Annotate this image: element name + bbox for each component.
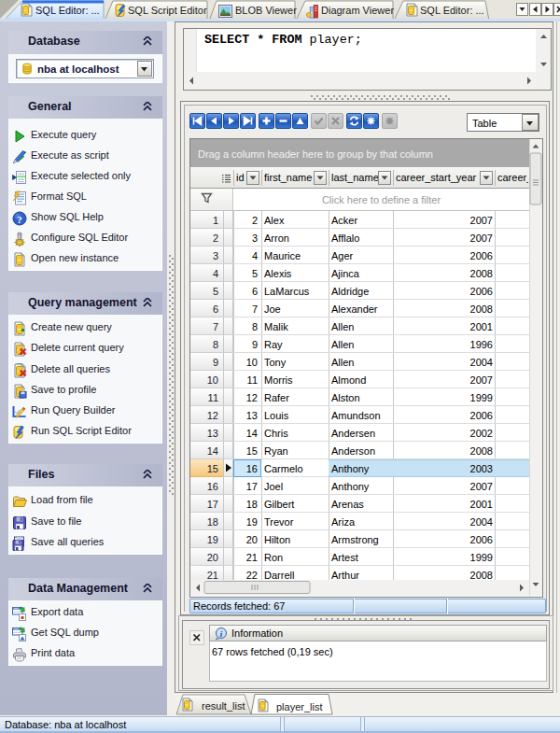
svg-text:?: ? <box>17 214 22 225</box>
